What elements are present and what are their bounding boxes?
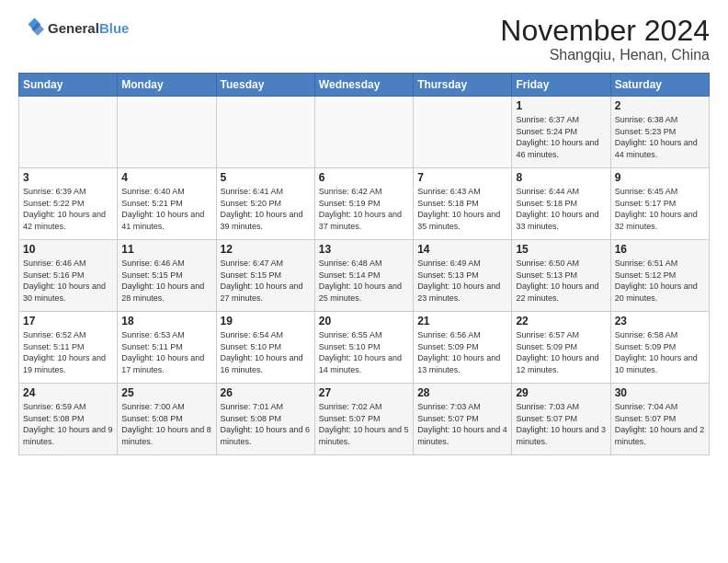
day-number: 9 — [615, 171, 705, 184]
day-number: 2 — [615, 99, 705, 112]
day-cell-19: 19Sunrise: 6:54 AM Sunset: 5:10 PM Dayli… — [216, 312, 314, 384]
day-info: Sunrise: 6:51 AM Sunset: 5:12 PM Dayligh… — [615, 258, 705, 304]
page: GeneralBlue November 2024 Shangqiu, Hena… — [0, 0, 728, 563]
day-number: 16 — [615, 243, 705, 256]
day-number: 1 — [516, 99, 606, 112]
weekday-header-row: SundayMondayTuesdayWednesdayThursdayFrid… — [19, 74, 710, 97]
calendar: SundayMondayTuesdayWednesdayThursdayFrid… — [18, 73, 710, 455]
day-number: 22 — [516, 315, 606, 327]
day-number: 20 — [319, 315, 409, 327]
day-info: Sunrise: 6:46 AM Sunset: 5:15 PM Dayligh… — [121, 258, 211, 304]
day-info: Sunrise: 6:38 AM Sunset: 5:23 PM Dayligh… — [615, 114, 705, 160]
day-info: Sunrise: 7:04 AM Sunset: 5:07 PM Dayligh… — [615, 401, 705, 447]
day-cell-23: 23Sunrise: 6:58 AM Sunset: 5:09 PM Dayli… — [610, 312, 709, 384]
header: GeneralBlue November 2024 Shangqiu, Hena… — [18, 15, 710, 63]
day-cell-3: 3Sunrise: 6:39 AM Sunset: 5:22 PM Daylig… — [19, 168, 118, 240]
day-number: 19 — [221, 315, 311, 327]
day-number: 15 — [516, 243, 606, 256]
day-info: Sunrise: 6:42 AM Sunset: 5:19 PM Dayligh… — [319, 186, 409, 232]
day-number: 29 — [516, 386, 606, 399]
week-row-5: 24Sunrise: 6:59 AM Sunset: 5:08 PM Dayli… — [19, 384, 710, 455]
day-cell-17: 17Sunrise: 6:52 AM Sunset: 5:11 PM Dayli… — [19, 312, 118, 384]
day-cell-25: 25Sunrise: 7:00 AM Sunset: 5:08 PM Dayli… — [118, 384, 216, 455]
day-cell-4: 4Sunrise: 6:40 AM Sunset: 5:21 PM Daylig… — [118, 168, 216, 240]
week-row-2: 3Sunrise: 6:39 AM Sunset: 5:22 PM Daylig… — [19, 168, 710, 240]
day-info: Sunrise: 6:40 AM Sunset: 5:21 PM Dayligh… — [121, 186, 211, 232]
empty-cell — [19, 97, 118, 168]
day-cell-22: 22Sunrise: 6:57 AM Sunset: 5:09 PM Dayli… — [512, 312, 610, 384]
day-number: 13 — [319, 243, 409, 256]
day-info: Sunrise: 6:59 AM Sunset: 5:08 PM Dayligh… — [23, 401, 113, 447]
empty-cell — [118, 97, 216, 168]
day-number: 30 — [615, 386, 705, 399]
day-info: Sunrise: 6:44 AM Sunset: 5:18 PM Dayligh… — [516, 186, 606, 232]
day-number: 18 — [121, 315, 211, 327]
day-number: 14 — [417, 243, 507, 256]
weekday-monday: Monday — [118, 74, 216, 97]
day-info: Sunrise: 7:01 AM Sunset: 5:08 PM Dayligh… — [221, 401, 311, 447]
day-cell-10: 10Sunrise: 6:46 AM Sunset: 5:16 PM Dayli… — [19, 240, 118, 312]
day-cell-20: 20Sunrise: 6:55 AM Sunset: 5:10 PM Dayli… — [314, 312, 413, 384]
day-info: Sunrise: 7:03 AM Sunset: 5:07 PM Dayligh… — [417, 401, 507, 447]
day-cell-14: 14Sunrise: 6:49 AM Sunset: 5:13 PM Dayli… — [414, 240, 512, 312]
weekday-thursday: Thursday — [414, 74, 512, 97]
day-info: Sunrise: 6:54 AM Sunset: 5:10 PM Dayligh… — [221, 329, 311, 375]
day-number: 17 — [23, 315, 113, 327]
day-number: 8 — [516, 171, 606, 184]
day-number: 10 — [23, 243, 113, 256]
day-info: Sunrise: 6:48 AM Sunset: 5:14 PM Dayligh… — [319, 258, 409, 304]
day-cell-24: 24Sunrise: 6:59 AM Sunset: 5:08 PM Dayli… — [19, 384, 118, 455]
day-cell-2: 2Sunrise: 6:38 AM Sunset: 5:23 PM Daylig… — [610, 97, 709, 168]
day-cell-26: 26Sunrise: 7:01 AM Sunset: 5:08 PM Dayli… — [216, 384, 314, 455]
day-info: Sunrise: 6:49 AM Sunset: 5:13 PM Dayligh… — [417, 258, 507, 304]
week-row-1: 1Sunrise: 6:37 AM Sunset: 5:24 PM Daylig… — [19, 97, 710, 168]
weekday-friday: Friday — [512, 74, 610, 97]
title-block: November 2024 Shangqiu, Henan, China — [500, 15, 710, 63]
weekday-wednesday: Wednesday — [314, 74, 413, 97]
day-info: Sunrise: 6:55 AM Sunset: 5:10 PM Dayligh… — [319, 329, 409, 375]
day-number: 26 — [221, 386, 311, 399]
day-cell-15: 15Sunrise: 6:50 AM Sunset: 5:13 PM Dayli… — [512, 240, 610, 312]
day-cell-16: 16Sunrise: 6:51 AM Sunset: 5:12 PM Dayli… — [610, 240, 709, 312]
day-number: 11 — [121, 243, 211, 256]
day-cell-8: 8Sunrise: 6:44 AM Sunset: 5:18 PM Daylig… — [512, 168, 610, 240]
empty-cell — [414, 97, 512, 168]
day-info: Sunrise: 6:47 AM Sunset: 5:15 PM Dayligh… — [221, 258, 311, 304]
day-info: Sunrise: 6:53 AM Sunset: 5:11 PM Dayligh… — [121, 329, 211, 375]
day-cell-28: 28Sunrise: 7:03 AM Sunset: 5:07 PM Dayli… — [414, 384, 512, 455]
location: Shangqiu, Henan, China — [500, 47, 710, 63]
day-info: Sunrise: 6:52 AM Sunset: 5:11 PM Dayligh… — [23, 329, 113, 375]
week-row-4: 17Sunrise: 6:52 AM Sunset: 5:11 PM Dayli… — [19, 312, 710, 384]
day-info: Sunrise: 6:56 AM Sunset: 5:09 PM Dayligh… — [417, 329, 507, 375]
day-cell-9: 9Sunrise: 6:45 AM Sunset: 5:17 PM Daylig… — [610, 168, 709, 240]
day-cell-13: 13Sunrise: 6:48 AM Sunset: 5:14 PM Dayli… — [314, 240, 413, 312]
day-number: 27 — [319, 386, 409, 399]
day-number: 25 — [121, 386, 211, 399]
empty-cell — [314, 97, 413, 168]
day-cell-21: 21Sunrise: 6:56 AM Sunset: 5:09 PM Dayli… — [414, 312, 512, 384]
day-cell-18: 18Sunrise: 6:53 AM Sunset: 5:11 PM Dayli… — [118, 312, 216, 384]
logo-icon — [18, 15, 44, 40]
day-cell-1: 1Sunrise: 6:37 AM Sunset: 5:24 PM Daylig… — [512, 97, 610, 168]
day-number: 3 — [23, 171, 113, 184]
day-info: Sunrise: 6:45 AM Sunset: 5:17 PM Dayligh… — [615, 186, 705, 232]
day-cell-30: 30Sunrise: 7:04 AM Sunset: 5:07 PM Dayli… — [610, 384, 709, 455]
day-cell-29: 29Sunrise: 7:03 AM Sunset: 5:07 PM Dayli… — [512, 384, 610, 455]
day-info: Sunrise: 6:37 AM Sunset: 5:24 PM Dayligh… — [516, 114, 606, 160]
day-info: Sunrise: 6:43 AM Sunset: 5:18 PM Dayligh… — [417, 186, 507, 232]
day-number: 23 — [615, 315, 705, 327]
day-number: 6 — [319, 171, 409, 184]
day-info: Sunrise: 6:39 AM Sunset: 5:22 PM Dayligh… — [23, 186, 113, 232]
day-cell-6: 6Sunrise: 6:42 AM Sunset: 5:19 PM Daylig… — [314, 168, 413, 240]
weekday-tuesday: Tuesday — [216, 74, 314, 97]
day-cell-5: 5Sunrise: 6:41 AM Sunset: 5:20 PM Daylig… — [216, 168, 314, 240]
week-row-3: 10Sunrise: 6:46 AM Sunset: 5:16 PM Dayli… — [19, 240, 710, 312]
day-number: 12 — [221, 243, 311, 256]
day-number: 24 — [23, 386, 113, 399]
day-number: 28 — [417, 386, 507, 399]
day-info: Sunrise: 6:58 AM Sunset: 5:09 PM Dayligh… — [615, 329, 705, 375]
empty-cell — [216, 97, 314, 168]
day-info: Sunrise: 6:41 AM Sunset: 5:20 PM Dayligh… — [221, 186, 311, 232]
day-number: 7 — [417, 171, 507, 184]
weekday-sunday: Sunday — [19, 74, 118, 97]
